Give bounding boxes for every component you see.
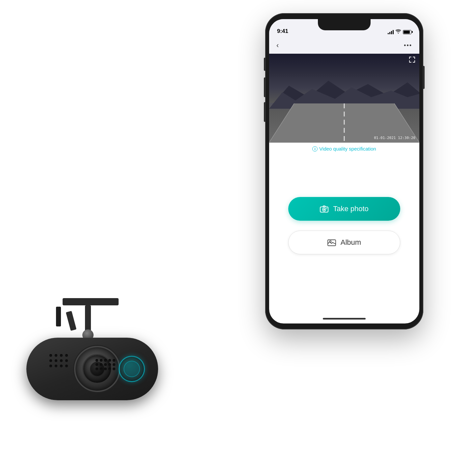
- info-section: i Video quality specification: [269, 146, 419, 152]
- signal-icon: [388, 30, 394, 34]
- right-speaker-dots: [96, 359, 115, 370]
- camera-body: [26, 338, 158, 400]
- speaker-dots: [49, 354, 69, 368]
- status-icons: [388, 29, 411, 35]
- take-photo-label: Take photo: [333, 205, 369, 213]
- more-button[interactable]: •••: [404, 42, 412, 49]
- volume-down-button: [264, 102, 265, 122]
- back-button[interactable]: ‹: [276, 41, 279, 50]
- battery-icon: [403, 30, 411, 34]
- mute-button: [264, 58, 265, 71]
- battery-fill: [404, 31, 410, 34]
- buttons-section: Take photo Album: [269, 197, 419, 254]
- road-scene: 01-01-2021 12:30:20: [269, 54, 419, 143]
- camera-icon: [320, 205, 328, 212]
- take-photo-button[interactable]: Take photo: [288, 197, 400, 221]
- info-label: Video quality specification: [319, 146, 376, 152]
- album-icon: [327, 239, 336, 246]
- info-icon: i: [312, 146, 318, 152]
- phone-screen: 9:41: [269, 19, 419, 323]
- blue-button-inner: [124, 361, 140, 377]
- video-timestamp: 01-01-2021 12:30:20: [374, 136, 415, 140]
- scene: 9:41: [0, 0, 476, 476]
- dashcam: [10, 298, 181, 436]
- blue-power-button: [119, 356, 145, 382]
- svg-rect-10: [326, 208, 327, 209]
- svg-point-9: [323, 209, 325, 210]
- phone: 9:41: [265, 13, 423, 329]
- mount-top-bar: [63, 298, 119, 305]
- info-text[interactable]: i Video quality specification: [269, 146, 419, 152]
- mount-vertical: [85, 305, 91, 332]
- mount-small-bar: [56, 307, 61, 326]
- wifi-icon: [396, 29, 401, 35]
- notch: [318, 19, 371, 30]
- video-preview[interactable]: 01-01-2021 12:30:20: [269, 54, 419, 143]
- status-time: 9:41: [277, 28, 288, 35]
- volume-up-button: [264, 77, 265, 97]
- album-label: Album: [341, 238, 361, 247]
- mount-arm-horiz: [66, 311, 76, 331]
- home-indicator: [323, 318, 366, 320]
- power-button: [423, 66, 425, 89]
- fullscreen-icon[interactable]: [409, 56, 415, 65]
- album-button[interactable]: Album: [288, 231, 400, 254]
- svg-point-12: [329, 241, 331, 242]
- app-header: ‹ •••: [269, 37, 419, 54]
